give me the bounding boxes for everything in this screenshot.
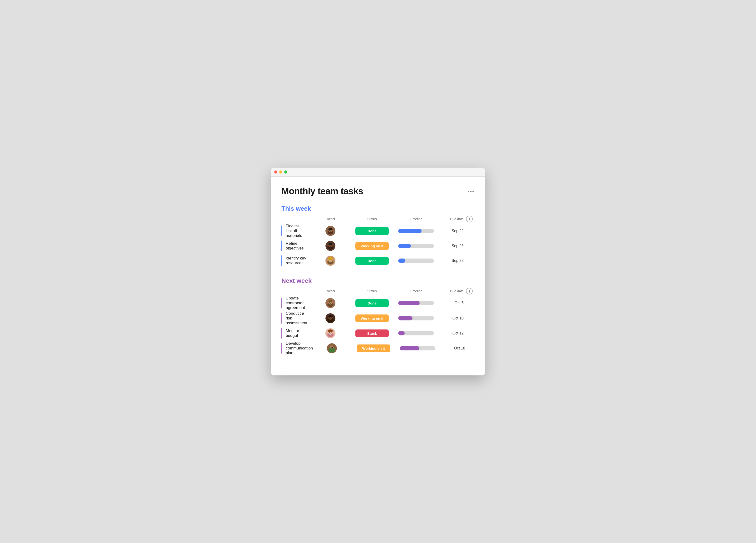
svg-point-5 [328,228,333,230]
maximize-button[interactable] [284,170,287,173]
page-content: Monthly team tasks ••• This weekOwnerSta… [271,177,485,376]
task-status-cell[interactable]: Working on it [349,242,395,250]
task-border-indicator [281,255,282,266]
task-owner-cell [311,298,349,308]
avatar [325,241,335,251]
more-options-button[interactable]: ••• [468,186,475,195]
section-next-week: Next weekOwnerStatusTimelineDue dateUpda… [281,277,475,356]
task-status-cell[interactable]: Done [349,257,395,265]
svg-point-37 [328,330,333,332]
svg-point-38 [329,332,330,333]
timeline-bar-fill [398,258,405,263]
task-status-cell[interactable]: Working on it [349,315,395,322]
task-name-cell: Conduct a risk assessment [281,311,311,326]
due-date-text: Oct 6 [455,301,464,305]
svg-point-6 [329,230,330,231]
timeline-bar-fill [398,316,412,321]
status-badge: Done [355,227,389,235]
svg-point-18 [329,260,330,260]
due-date-text: Oct 12 [452,331,464,335]
task-timeline-cell [395,301,437,305]
close-button[interactable] [274,170,277,173]
main-window: Monthly team tasks ••• This weekOwnerSta… [271,167,485,376]
due-date-text: Sep 28 [452,258,464,262]
svg-point-32 [329,317,330,318]
due-date-text: Oct 10 [452,316,464,320]
task-border-indicator [281,240,282,251]
task-row[interactable]: Conduct a risk assessment Working on itO… [281,311,475,326]
col-header-due-date: Due date [437,217,466,221]
task-name-cell: Update contractor agreement [281,296,311,310]
due-date-text: Sep 26 [452,244,464,248]
svg-point-17 [328,257,333,260]
task-owner-cell [311,313,349,323]
avatar [325,298,335,308]
section-title: Next week [281,277,312,285]
timeline-bar-bg [398,301,434,305]
add-task-button[interactable] [466,288,473,295]
task-status-cell[interactable]: Done [349,299,395,307]
task-row[interactable]: Monitor budget StuckOct 12 [281,327,475,340]
svg-point-11 [328,243,333,245]
timeline-bar-fill [398,301,420,305]
avatar [325,328,335,338]
col-header-owner: Owner [311,217,349,221]
task-row[interactable]: Refine objectives Working on itSep 26 [281,239,475,253]
svg-point-39 [331,332,332,333]
task-name-cell: Refine objectives [281,240,311,251]
status-badge: Working on it [355,242,389,250]
col-header-owner: Owner [311,289,349,293]
task-due-date-cell: Sep 26 [437,244,466,248]
timeline-bar-bg [400,346,435,351]
task-due-date-cell: Sep 22 [437,229,466,233]
svg-point-13 [331,245,332,246]
svg-point-33 [331,317,332,318]
sections-container: This weekOwnerStatusTimelineDue dateFina… [281,205,475,356]
avatar [327,343,337,353]
task-owner-cell [311,241,349,251]
task-status-cell[interactable]: Working on it [351,345,396,352]
task-due-date-cell: Oct 12 [437,331,466,336]
svg-point-44 [332,347,333,348]
timeline-bar-fill [400,346,419,351]
column-headers: OwnerStatusTimelineDue date [281,216,475,224]
task-name-text: Update contractor agreement [286,296,311,310]
avatar [325,226,335,236]
section-header-row: This week [281,205,475,212]
task-due-date-cell: Oct 10 [437,316,466,321]
task-row[interactable]: Identify key resources DoneSep 28 [281,254,475,267]
section-this-week: This weekOwnerStatusTimelineDue dateFina… [281,205,475,267]
status-badge: Working on it [355,315,389,322]
avatar [325,313,335,323]
svg-point-27 [331,302,332,303]
task-row[interactable]: Finalize kickoff materials DoneSep 22 [281,224,475,238]
timeline-bar-bg [398,331,434,336]
task-owner-cell [311,256,349,266]
svg-point-19 [331,260,332,260]
section-header-row: Next week [281,277,475,285]
task-owner-cell [311,226,349,236]
task-status-cell[interactable]: Stuck [349,330,395,337]
task-row[interactable]: Update contractor agreement DoneOct 6 [281,296,475,310]
svg-point-43 [331,347,332,348]
task-timeline-cell [395,331,437,336]
task-border-indicator [281,298,282,309]
timeline-bar-bg [398,229,434,233]
task-due-date-cell: Sep 28 [437,258,466,263]
task-timeline-cell [395,316,437,321]
task-due-date-cell: Oct 6 [437,301,466,305]
task-name-cell: Monitor budget [281,328,311,339]
task-border-indicator [281,225,282,236]
timeline-bar-fill [398,244,411,248]
task-name-text: Develop communication plan [286,341,313,356]
svg-point-31 [328,316,333,317]
task-name-cell: Finalize kickoff materials [281,224,311,238]
status-badge: Done [355,257,389,265]
task-status-cell[interactable]: Done [349,227,395,235]
col-header-due-date: Due date [437,289,466,293]
minimize-button[interactable] [279,170,282,173]
task-row[interactable]: Develop communication plan Working on it… [281,341,475,356]
add-task-button[interactable] [466,216,473,222]
titlebar [271,167,485,177]
due-date-text: Oct 18 [454,346,465,350]
